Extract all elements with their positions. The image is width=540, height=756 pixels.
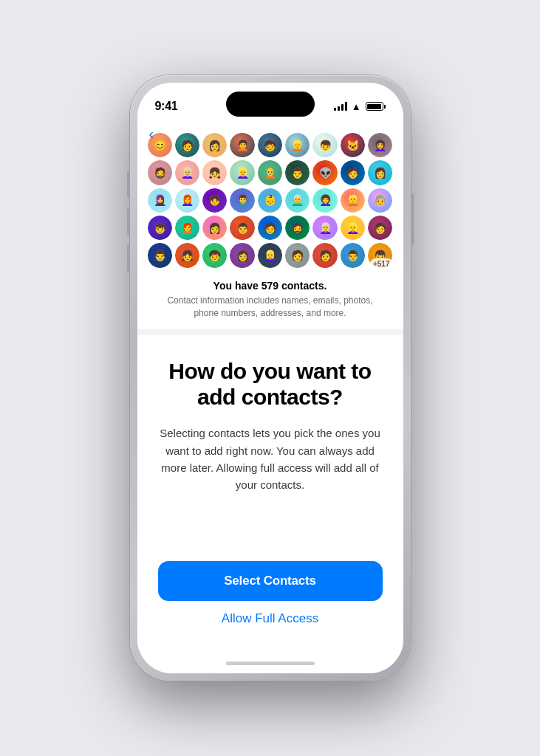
avatar: 👩‍🦳 — [175, 160, 199, 185]
select-contacts-button[interactable]: Select Contacts — [158, 561, 383, 601]
phone-screen: 9:41 ▲ ‹ — [137, 83, 403, 673]
bottom-section: How do you want to add contacts? Selecti… — [137, 335, 403, 653]
avatar: 👦 — [312, 133, 337, 157]
avatar: 🧑 — [341, 160, 365, 185]
status-time: 9:41 — [155, 100, 178, 113]
avatar: 🧒 — [258, 133, 282, 157]
allow-full-access-button[interactable]: Allow Full Access — [222, 611, 318, 626]
avatar: 🧕 — [148, 188, 172, 213]
avatar: 👶 — [258, 188, 282, 213]
signal-bar-2 — [338, 106, 340, 111]
main-description: Selecting contacts lets you pick the one… — [158, 425, 383, 561]
avatar: 🧑 — [368, 216, 392, 240]
avatar: 👨‍🦳 — [285, 188, 310, 213]
avatar: 🧑 — [312, 243, 337, 267]
avatar: 🧓 — [368, 188, 392, 213]
wifi-icon: ▲ — [352, 101, 361, 112]
avatar: 👨‍🦱 — [230, 188, 254, 213]
avatar: 👱 — [341, 188, 365, 213]
avatar: 🧑 — [175, 133, 199, 157]
signal-icon — [334, 102, 347, 111]
contacts-count-bold: You have 579 contacts. — [160, 280, 381, 292]
avatar: 👩 — [202, 216, 227, 240]
avatar: 🐱 — [341, 133, 365, 157]
avatar: 🧔 — [148, 160, 172, 185]
avatar: 👱 — [285, 133, 310, 157]
status-icons: ▲ — [334, 101, 386, 112]
main-title: How do you want to add contacts? — [158, 359, 383, 410]
avatar: 👩 — [202, 133, 227, 157]
avatar: 👨 — [341, 243, 365, 267]
buttons-container: Select Contacts Allow Full Access — [158, 561, 383, 638]
avatar: 👨 — [230, 216, 254, 240]
battery-tip — [384, 105, 386, 109]
avatar: 🧑‍🦰 — [175, 216, 199, 240]
avatar: 🧑‍🦱 — [230, 133, 254, 157]
contacts-count-section: You have 579 contacts. Contact informati… — [137, 272, 403, 330]
avatar: 👧 — [202, 188, 227, 213]
avatar: 👽 — [312, 160, 337, 185]
battery-fill — [367, 104, 381, 109]
avatar: 👧 — [202, 160, 227, 185]
avatar: 👧 — [175, 243, 199, 267]
avatar: 👱‍♀️ — [258, 243, 282, 267]
avatar: 👨 — [148, 243, 172, 267]
avatar: 👨 — [285, 160, 310, 185]
avatar: 👩‍🦰 — [175, 188, 199, 213]
signal-bar-3 — [341, 104, 344, 111]
contacts-section: ‹ 😊🧑👩🧑‍🦱🧒👱👦🐱👩‍🦱🧔👩‍🦳👧👱‍♀️🧑‍🦲👨👽🧑👩🧕👩‍🦰👧👨‍🦱👶… — [137, 120, 403, 329]
phone-device: 9:41 ▲ ‹ — [130, 75, 411, 681]
avatar: 👩‍🦳 — [312, 216, 337, 240]
home-bar — [226, 662, 315, 665]
section-divider — [137, 329, 403, 335]
avatar: 🧑‍🦲 — [258, 160, 282, 185]
avatar: 🧔 — [285, 216, 310, 240]
avatar: 👩‍🦱 — [368, 133, 392, 157]
signal-bar-1 — [334, 108, 336, 111]
avatar: 🧑 — [258, 216, 282, 240]
back-button[interactable]: ‹ — [149, 126, 154, 142]
battery-body — [366, 102, 383, 111]
more-contacts-badge: +517 — [370, 258, 393, 269]
avatar-grid: 😊🧑👩🧑‍🦱🧒👱👦🐱👩‍🦱🧔👩‍🦳👧👱‍♀️🧑‍🦲👨👽🧑👩🧕👩‍🦰👧👨‍🦱👶👨‍… — [137, 126, 403, 272]
avatar: 👱‍♀️ — [230, 160, 254, 185]
avatar: 👩‍🦱 — [312, 188, 337, 213]
battery-icon — [366, 102, 386, 111]
avatar: 🧑 — [285, 243, 310, 267]
signal-bar-4 — [345, 102, 347, 111]
avatar: 👦 — [148, 216, 172, 240]
avatar: 🧒 — [202, 243, 227, 267]
avatar: 👩 — [230, 243, 254, 267]
contacts-count-desc: Contact information includes names, emai… — [160, 295, 381, 320]
home-indicator — [137, 653, 403, 673]
dynamic-island — [226, 92, 315, 117]
avatar: 👩 — [368, 160, 392, 185]
avatar: 👱‍♀️ — [341, 216, 365, 240]
